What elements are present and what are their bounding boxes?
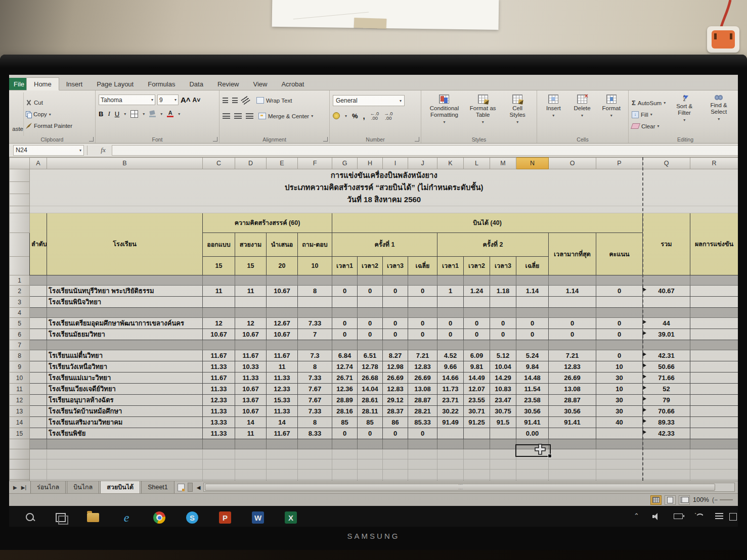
cell-time3-r1[interactable]: 28.37 <box>383 406 408 417</box>
cell-time3-r1[interactable]: 0 <box>383 286 408 297</box>
cell-avg-r2[interactable] <box>516 340 549 350</box>
cell-avg-r2[interactable]: 30.56 <box>516 406 549 417</box>
cell-avg-r1[interactable]: 26.69 <box>408 372 437 384</box>
cell-school[interactable]: โรงเรียนพิชัย <box>47 428 203 439</box>
cell-qa[interactable] <box>298 449 332 459</box>
cell-total[interactable] <box>643 459 690 470</box>
cell-beauty[interactable] <box>235 480 267 481</box>
cell-total[interactable]: 50.66 <box>643 361 690 372</box>
sheet-tab-binklai[interactable]: บินไกล <box>67 481 99 493</box>
cell-time2-r1[interactable] <box>358 340 383 350</box>
fill-color-button[interactable] <box>149 111 156 117</box>
cell-max-time[interactable] <box>549 459 596 470</box>
cell-time3-r2[interactable] <box>490 275 516 286</box>
cell-avg-r2[interactable] <box>516 470 549 480</box>
tray-chevron-button[interactable]: ⌃ <box>634 513 639 521</box>
cell-time3-r1[interactable] <box>383 275 408 286</box>
column-header[interactable]: F <box>298 158 332 169</box>
header-beauty[interactable]: สวยงาม <box>235 233 267 257</box>
cell-total[interactable]: 42.31 <box>643 350 690 361</box>
tab-data[interactable]: Data <box>182 78 210 90</box>
cell-time1-r1[interactable] <box>332 275 358 286</box>
cell-beauty[interactable]: 11 <box>235 428 267 439</box>
format-painter-button[interactable]: Format Painter <box>26 121 72 131</box>
cell-result[interactable] <box>690 297 738 308</box>
increase-decimal-button[interactable]: ←.0.00 <box>370 111 379 120</box>
cell-avg-r2[interactable]: 0 <box>516 318 549 329</box>
cell-total[interactable] <box>643 275 690 286</box>
cell-avg-r1[interactable]: 28.21 <box>408 406 437 417</box>
cell-school[interactable] <box>47 480 203 481</box>
cell-score[interactable] <box>596 439 643 449</box>
cell-school[interactable]: โรเรียนแม่ตื๋นวิทยา <box>47 350 203 361</box>
zoom-slider[interactable]: (− <box>712 496 733 503</box>
align-top-icon[interactable] <box>223 98 228 103</box>
column-header[interactable]: M <box>490 158 516 169</box>
cell-school[interactable]: โรเรียนอนุบาลห้างฉัตร <box>47 395 203 406</box>
zoom-slider-track[interactable] <box>720 499 733 500</box>
cell-avg-r1[interactable]: 12.83 <box>408 361 437 372</box>
cell-school[interactable] <box>47 340 203 350</box>
cell-time2-r1[interactable] <box>358 439 383 449</box>
cell-max-time[interactable] <box>549 480 596 481</box>
sheet-title-line1[interactable]: การแข่งขันเครื่องบินพลังหนังยาง <box>30 169 738 182</box>
cell-time3-r2[interactable]: 30.75 <box>490 406 516 417</box>
cell-avg-r1[interactable]: 13.08 <box>408 384 437 395</box>
cell-time3-r1[interactable]: 0 <box>383 318 408 329</box>
cell-time2-r1[interactable]: 12.78 <box>358 361 383 372</box>
cell-design[interactable]: 11.33 <box>203 428 235 439</box>
cell-total[interactable]: 42.33 <box>643 428 690 439</box>
formula-input[interactable] <box>112 145 738 156</box>
cell-score[interactable]: 30 <box>596 406 643 417</box>
cell-max-time[interactable]: 28.87 <box>549 395 596 406</box>
tab-view[interactable]: View <box>246 78 275 90</box>
column-header[interactable]: R <box>690 158 738 169</box>
cell-order[interactable] <box>30 275 47 286</box>
cell-beauty[interactable] <box>235 340 267 350</box>
row-header[interactable]: 15 <box>10 428 30 439</box>
cell-present[interactable]: 14 <box>267 417 298 428</box>
percent-style-button[interactable]: % <box>352 112 358 120</box>
cell-present[interactable] <box>267 470 298 480</box>
row-header[interactable]: 6 <box>10 329 30 340</box>
cell-time2-r2[interactable] <box>464 275 490 286</box>
cell-time3-r1[interactable]: 12.98 <box>383 361 408 372</box>
cell-avg-r1[interactable]: 0 <box>408 286 437 297</box>
tab-page-layout[interactable]: Page Layout <box>90 78 141 90</box>
cell-time1-r1[interactable]: 26.71 <box>332 372 358 384</box>
cell-score[interactable]: 0 <box>596 350 643 361</box>
cell-max-time[interactable] <box>549 439 596 449</box>
bold-button[interactable]: B <box>99 110 103 118</box>
number-dialog-launcher[interactable] <box>415 137 419 142</box>
format-cells-button[interactable]: Format▾ <box>597 92 625 135</box>
cell-avg-r1[interactable] <box>408 459 437 470</box>
cell-qa[interactable] <box>298 480 332 481</box>
column-header[interactable]: I <box>383 158 408 169</box>
cell-time2-r2[interactable]: 9.81 <box>464 361 490 372</box>
cell-time1-r1[interactable]: 28.16 <box>332 406 358 417</box>
cell-total[interactable]: 71.66 <box>643 372 690 384</box>
merge-center-button[interactable]: Merge & Center▾ <box>258 111 313 121</box>
cell-avg-r2[interactable]: 11.54 <box>516 384 549 395</box>
cell-max-time[interactable] <box>549 428 596 439</box>
cell-result[interactable] <box>690 470 738 480</box>
cell-time1-r2[interactable]: 23.71 <box>437 395 464 406</box>
cell-time2-r1[interactable]: 0 <box>358 428 383 439</box>
cell-time3-r2[interactable]: 1.18 <box>490 286 516 297</box>
cell-order[interactable] <box>30 459 47 470</box>
cell-beauty[interactable]: 13.67 <box>235 395 267 406</box>
insert-function-button[interactable]: fx <box>95 146 112 154</box>
cell-time2-r2[interactable]: 14.49 <box>464 372 490 384</box>
action-center-button[interactable] <box>729 513 737 522</box>
cell-school[interactable]: โรงเรียนวัดบ้านหม้อศึกษา <box>47 406 203 417</box>
cell-time1-r2[interactable]: 1 <box>437 286 464 297</box>
file-explorer-button[interactable] <box>86 510 100 525</box>
cell-qa[interactable] <box>298 340 332 350</box>
taskbar-search-button[interactable] <box>23 510 37 525</box>
header-school[interactable]: โรงเรียน <box>47 213 203 275</box>
cell-time1-r1[interactable] <box>332 480 358 481</box>
cell-time1-r1[interactable] <box>332 297 358 308</box>
cell-result[interactable] <box>690 318 738 329</box>
header-time3[interactable]: เวลา3 <box>383 257 408 275</box>
cell-time3-r2[interactable]: 5.12 <box>490 350 516 361</box>
